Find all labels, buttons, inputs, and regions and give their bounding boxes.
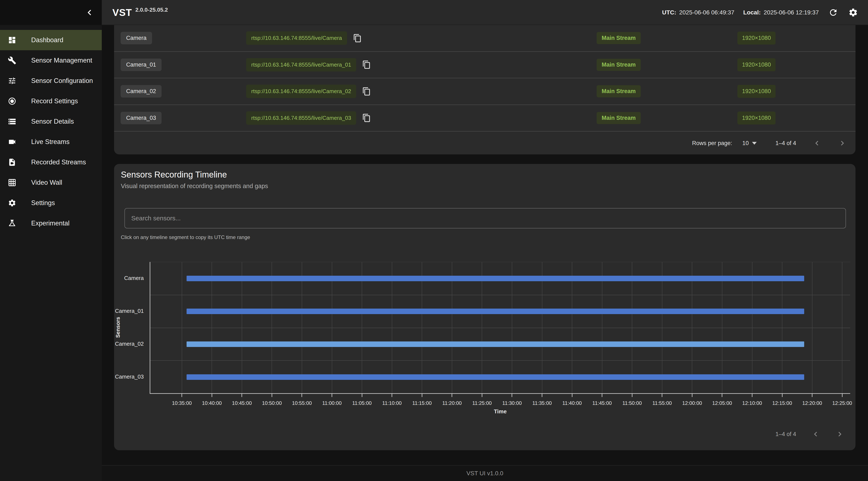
x-tick-mark bbox=[182, 394, 182, 397]
y-tick-label: Camera_01 bbox=[114, 308, 144, 314]
storage-list-icon bbox=[8, 117, 16, 126]
x-tick-mark bbox=[452, 394, 452, 397]
chevron-left-icon bbox=[84, 7, 95, 18]
recording-segment-bar[interactable] bbox=[187, 341, 804, 347]
recording-timeline-card: Sensors Recording Timeline Visual repres… bbox=[114, 164, 856, 450]
chevron-left-icon bbox=[811, 429, 820, 439]
app-footer: VST UI v1.0.0 bbox=[102, 465, 868, 481]
x-tick-label: 12:05:00 bbox=[705, 400, 739, 406]
copy-url-button[interactable] bbox=[362, 114, 371, 122]
sidebar-item-record-settings[interactable]: Record Settings bbox=[0, 91, 102, 111]
x-tick-label: 11:35:00 bbox=[525, 400, 559, 406]
recording-segment-bar[interactable] bbox=[187, 374, 804, 380]
rows-per-page-select[interactable]: 10 bbox=[742, 140, 757, 147]
resolution-chip: 1920×1080 bbox=[737, 58, 776, 71]
row-separator bbox=[150, 295, 850, 295]
table-pagination: Rows per page: 10 1–4 of 4 bbox=[692, 132, 856, 154]
rows-per-page-label: Rows per page: bbox=[692, 140, 732, 147]
copy-icon bbox=[362, 87, 371, 96]
x-tick-label: 11:25:00 bbox=[465, 400, 499, 406]
sidebar-item-experimental[interactable]: Experimental bbox=[0, 213, 102, 234]
x-tick-mark bbox=[572, 394, 572, 397]
tune-sliders-icon bbox=[8, 77, 16, 85]
refresh-button[interactable] bbox=[828, 7, 839, 18]
x-tick-label: 12:15:00 bbox=[765, 400, 799, 406]
camera-name-chip: Camera_02 bbox=[121, 85, 161, 97]
y-tick-label: Camera_03 bbox=[114, 373, 144, 380]
settings-button[interactable] bbox=[848, 7, 859, 18]
sidebar-item-label: Experimental bbox=[31, 219, 69, 227]
rtsp-url-chip[interactable]: rtsp://10.63.146.74:8555/live/Camera_03 bbox=[246, 111, 356, 125]
sidebar-item-sensor-details[interactable]: Sensor Details bbox=[0, 111, 102, 132]
x-tick-mark bbox=[632, 394, 632, 397]
gear-icon bbox=[8, 199, 16, 207]
x-tick-mark bbox=[302, 394, 302, 397]
app-version: 2.0.0-25.05.2 bbox=[135, 7, 168, 13]
resolution-chip: 1920×1080 bbox=[737, 85, 776, 98]
pagination-range: 1–4 of 4 bbox=[775, 431, 796, 438]
recording-segment-bar[interactable] bbox=[187, 276, 804, 281]
next-page-button[interactable] bbox=[835, 429, 844, 439]
header-right: UTC: 2025-06-06 06:49:37 Local: 2025-06-… bbox=[662, 0, 859, 25]
search-sensors-input[interactable] bbox=[124, 208, 846, 229]
x-tick-mark bbox=[482, 394, 482, 397]
sidebar-item-live-streams[interactable]: Live Streams bbox=[0, 132, 102, 152]
utc-label: UTC: bbox=[662, 9, 676, 16]
next-page-button[interactable] bbox=[838, 139, 847, 148]
x-tick-label: 11:55:00 bbox=[645, 400, 679, 406]
previous-page-button[interactable] bbox=[811, 429, 820, 439]
sidebar-item-label: Dashboard bbox=[31, 36, 63, 44]
x-axis-title: Time bbox=[150, 408, 850, 415]
x-tick-label: 10:55:00 bbox=[285, 400, 319, 406]
resolution-chip: 1920×1080 bbox=[737, 32, 776, 44]
grid-icon bbox=[8, 178, 16, 187]
copy-icon bbox=[362, 114, 371, 122]
chevron-right-icon bbox=[835, 429, 844, 439]
table-row: Camera_02 rtsp://10.63.146.74:8555/live/… bbox=[114, 78, 856, 105]
resolution-chip: 1920×1080 bbox=[737, 112, 776, 124]
sidebar-item-video-wall[interactable]: Video Wall bbox=[0, 173, 102, 193]
sidebar-item-recorded-streams[interactable]: Recorded Streams bbox=[0, 152, 102, 173]
sidebar-item-sensor-configuration[interactable]: Sensor Configuration bbox=[0, 71, 102, 91]
x-tick-label: 12:10:00 bbox=[735, 400, 769, 406]
rtsp-url-chip[interactable]: rtsp://10.63.146.74:8555/live/Camera_01 bbox=[246, 58, 356, 71]
app-header: VST 2.0.0-25.05.2 UTC: 2025-06-06 06:49:… bbox=[0, 0, 868, 25]
x-tick-label: 11:00:00 bbox=[315, 400, 349, 406]
x-tick-mark bbox=[722, 394, 722, 397]
rtsp-url-chip[interactable]: rtsp://10.63.146.74:8555/live/Camera_02 bbox=[246, 85, 356, 98]
x-tick-mark bbox=[692, 394, 692, 397]
copy-url-button[interactable] bbox=[362, 87, 371, 96]
camera-name-chip: Camera_01 bbox=[121, 59, 161, 71]
rows-per-page-value: 10 bbox=[742, 140, 749, 147]
x-tick-label: 11:50:00 bbox=[615, 400, 649, 406]
sidebar-item-sensor-management[interactable]: Sensor Management bbox=[0, 50, 102, 71]
stream-type-badge: Main Stream bbox=[597, 85, 641, 97]
copy-url-button[interactable] bbox=[362, 60, 371, 69]
sidebar-item-settings[interactable]: Settings bbox=[0, 193, 102, 213]
sidebar-collapse-button[interactable] bbox=[84, 7, 95, 19]
x-tick-mark bbox=[242, 394, 242, 397]
sidebar-item-dashboard[interactable]: Dashboard bbox=[0, 30, 102, 50]
x-tick-mark bbox=[392, 394, 392, 397]
copy-url-button[interactable] bbox=[353, 34, 362, 42]
recording-segment-bar[interactable] bbox=[187, 308, 804, 314]
main-content: Camera rtsp://10.63.146.74:8555/live/Cam… bbox=[102, 25, 868, 481]
rtsp-url-chip[interactable]: rtsp://10.63.146.74:8555/live/Camera bbox=[246, 31, 347, 45]
refresh-icon bbox=[828, 8, 838, 18]
x-tick-label: 11:30:00 bbox=[495, 400, 529, 406]
utc-time: 2025-06-06 06:49:37 bbox=[679, 9, 735, 16]
caret-down-icon bbox=[752, 142, 757, 145]
x-tick-label: 10:50:00 bbox=[255, 400, 289, 406]
chevron-left-icon bbox=[812, 139, 822, 148]
x-tick-label: 12:25:00 bbox=[825, 400, 859, 406]
camera-name-chip: Camera_03 bbox=[121, 112, 161, 124]
x-tick-mark bbox=[422, 394, 422, 397]
x-tick-mark bbox=[332, 394, 332, 397]
x-tick-label: 11:40:00 bbox=[555, 400, 589, 406]
previous-page-button[interactable] bbox=[812, 139, 822, 148]
x-tick-label: 12:20:00 bbox=[795, 400, 829, 406]
video-file-icon bbox=[8, 158, 16, 167]
stream-type-badge: Main Stream bbox=[597, 59, 641, 71]
stream-type-badge: Main Stream bbox=[597, 32, 641, 44]
table-row: Camera_01 rtsp://10.63.146.74:8555/live/… bbox=[114, 52, 856, 79]
